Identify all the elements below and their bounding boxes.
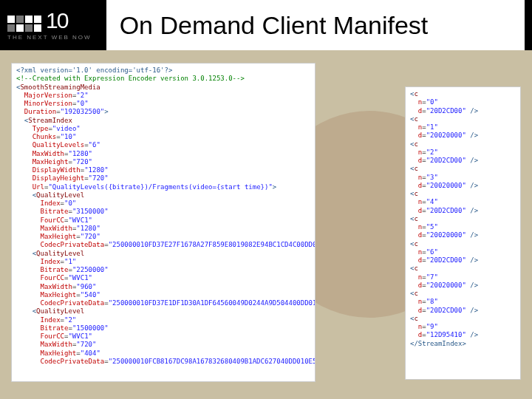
logo-tagline: THE NEXT WEB NOW [7,34,92,41]
xml-manifest-right: <c n="0" d="20D2CD00" /> <c n="1" d="200… [406,87,520,379]
page-title: On Demand Client Manifest [120,11,429,40]
logo-pattern-icon [7,16,41,32]
mix-logo: 10 THE NEXT WEB NOW [7,10,92,41]
header: 10 THE NEXT WEB NOW On Demand Client Man… [0,0,532,50]
title-bar: On Demand Client Manifest [106,0,525,50]
xml-manifest-left: <?xml version='1.0' encoding='utf-16'?> … [12,64,315,381]
logo-number: 10 [46,10,67,32]
content-area: <?xml version='1.0' encoding='utf-16'?> … [12,64,520,381]
